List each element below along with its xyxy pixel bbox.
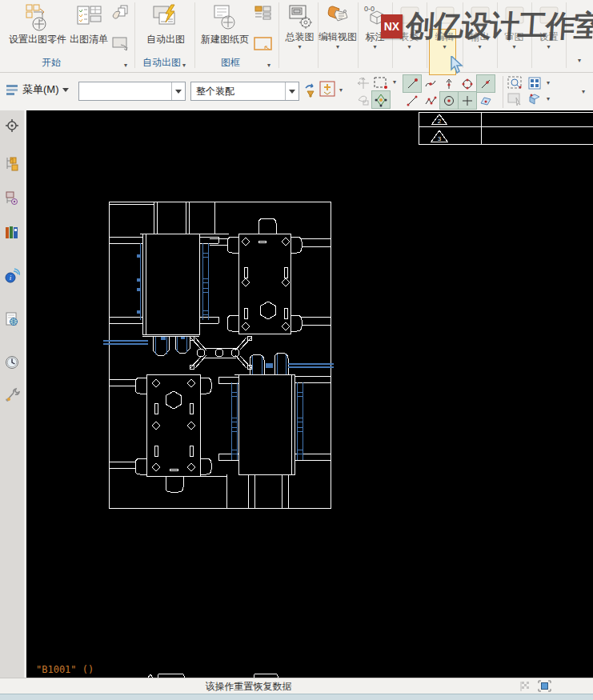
swap-view-icon[interactable] xyxy=(303,82,319,98)
point-constructor-icon[interactable] xyxy=(371,90,391,109)
polyline-snap-icon[interactable] xyxy=(421,91,440,110)
selection-rectangle-icon[interactable] xyxy=(373,75,389,91)
reuse-library-icon[interactable] xyxy=(3,223,21,241)
button-label: 出图清单 xyxy=(70,34,108,45)
edit-button[interactable]: 编辑 ▾ xyxy=(427,2,463,53)
button-label: 设置 xyxy=(539,32,559,42)
auto-drawing-icon xyxy=(150,2,182,34)
center-snap-icon[interactable] xyxy=(439,91,459,110)
top-border-bar: 菜单(M) 整个装配 xyxy=(0,73,593,111)
line-snap-icon[interactable] xyxy=(476,74,495,93)
segment-snap-icon[interactable] xyxy=(403,91,422,110)
grid-display-icon[interactable] xyxy=(527,75,543,91)
tables-icon xyxy=(398,2,422,32)
group-dialog-arrow[interactable]: ▾ xyxy=(124,62,127,69)
selection-prompt-text: "B1001" () xyxy=(36,664,94,675)
dropdown-arrow[interactable]: ▾ xyxy=(373,44,376,50)
assembly-navigator-icon[interactable] xyxy=(3,155,21,173)
revision-mark-3: 3 xyxy=(438,135,442,142)
settings-icon xyxy=(537,2,561,32)
history-icon[interactable] xyxy=(3,354,21,371)
copy-to-clipboard-button[interactable] xyxy=(110,3,131,27)
move-disabled-icon[interactable] xyxy=(355,75,371,91)
dropdown-arrow[interactable]: ▾ xyxy=(407,44,411,50)
set-drawing-part-button[interactable]: 设置出图零件 xyxy=(5,2,70,45)
shading-tool-icon[interactable] xyxy=(527,91,543,107)
tables-button[interactable]: 表类 ▾ xyxy=(392,2,427,53)
button-label: 标注 xyxy=(366,32,385,42)
selection-filter-icon[interactable] xyxy=(319,81,335,97)
review-icon xyxy=(503,2,527,32)
menu-button[interactable]: 菜单(M) xyxy=(5,82,69,97)
cursor-select-icon[interactable] xyxy=(507,91,523,107)
view-filter-combo[interactable] xyxy=(78,82,186,101)
button-label: 输出 xyxy=(471,32,490,42)
annotate-button[interactable]: 0-0 标注 ▾ xyxy=(358,2,392,53)
edit-view-icon xyxy=(324,2,351,32)
internet-info-icon[interactable]: i xyxy=(3,267,21,285)
drawing-frame-button[interactable] xyxy=(253,34,274,58)
revision-mark-2: 2 xyxy=(438,118,442,125)
export-view-button[interactable] xyxy=(110,34,131,58)
button-label: 审图 xyxy=(505,32,524,42)
mold-layout-drawing: 2 3 xyxy=(26,110,593,678)
tangent-snap-icon[interactable] xyxy=(421,74,440,93)
review-button[interactable]: 审图 ▾ xyxy=(497,2,531,53)
intersection-snap-icon[interactable] xyxy=(458,91,477,110)
settings-button[interactable]: 设置 ▾ xyxy=(531,2,566,53)
face-snap-icon[interactable] xyxy=(476,91,495,110)
graphics-window[interactable]: 2 3 "B1001" () xyxy=(26,110,593,678)
dropdown-arrow[interactable]: ▾ xyxy=(336,44,339,50)
menu-icon xyxy=(5,82,19,97)
scope-combo[interactable]: 整个装配 xyxy=(190,82,299,101)
edit-view-button[interactable]: 编辑视图 ▾ xyxy=(318,2,358,53)
endpoint-snap-icon[interactable] xyxy=(403,74,422,93)
group-separator xyxy=(278,2,279,68)
dropdown-arrow[interactable]: ▾ xyxy=(478,44,481,50)
assembly-drawing-button[interactable]: 总装图 ▾ xyxy=(282,2,318,53)
status-bar: 该操作重置恢复数据 xyxy=(0,678,593,694)
new-sheet-button[interactable]: 新建图纸页 xyxy=(198,2,251,45)
menu-dropdown-arrow xyxy=(62,88,69,92)
scope-value: 整个装配 xyxy=(191,85,285,98)
constraint-navigator-icon[interactable] xyxy=(3,190,21,207)
button-label: 新建图纸页 xyxy=(201,34,249,45)
svg-text:0-0: 0-0 xyxy=(364,5,375,13)
assembly-drawing-icon xyxy=(287,2,313,32)
combo-arrow[interactable] xyxy=(285,82,299,100)
button-label: 表类 xyxy=(400,32,419,42)
dropdown-arrow[interactable]: ▾ xyxy=(547,44,550,50)
part-navigator-icon[interactable] xyxy=(3,117,21,134)
shading-dropdown-arrow[interactable]: ▾ xyxy=(547,95,550,102)
window-bottom-edge xyxy=(0,694,593,700)
group-separator xyxy=(194,2,195,68)
output-icon xyxy=(468,2,492,32)
selection-dropdown-arrow[interactable]: ▾ xyxy=(393,78,396,86)
filter-dropdown-arrow[interactable]: ▾ xyxy=(339,86,343,94)
zoom-region-icon[interactable] xyxy=(507,75,523,91)
group-label-auto: 自动出图 xyxy=(142,56,181,70)
group-separator xyxy=(134,2,135,68)
dropdown-arrow[interactable]: ▾ xyxy=(512,44,515,50)
resource-bar: i xyxy=(0,110,26,678)
status-message: 该操作重置恢复数据 xyxy=(0,680,497,694)
combo-arrow[interactable] xyxy=(171,82,185,100)
group-dialog-arrow[interactable]: ▾ xyxy=(267,62,270,69)
output-button[interactable]: 输出 ▾ xyxy=(463,2,497,53)
roles-tools-icon[interactable] xyxy=(3,386,21,404)
group-label-start: 开始 xyxy=(42,56,61,70)
dropdown-arrow[interactable]: ▾ xyxy=(298,44,301,50)
group-dialog-arrow[interactable]: ▾ xyxy=(182,62,186,69)
toolbar-overflow-arrow[interactable]: ▾ xyxy=(582,88,585,95)
title-block-button[interactable] xyxy=(253,3,274,27)
ribbon-overflow-arrow[interactable]: ▾ xyxy=(578,57,581,64)
button-label: 自动出图 xyxy=(146,34,185,45)
annotate-icon: 0-0 xyxy=(363,2,388,32)
finish-flag-icon[interactable] xyxy=(519,681,531,695)
grid-dropdown-arrow[interactable]: ▾ xyxy=(547,79,550,86)
drawing-list-button[interactable]: 出图清单 xyxy=(69,2,109,45)
auto-drawing-button[interactable]: 自动出图 xyxy=(140,2,191,45)
dropdown-arrow[interactable]: ▾ xyxy=(443,44,446,50)
web-page-icon[interactable] xyxy=(3,310,21,328)
snap-settings-disabled-icon[interactable] xyxy=(355,91,371,107)
